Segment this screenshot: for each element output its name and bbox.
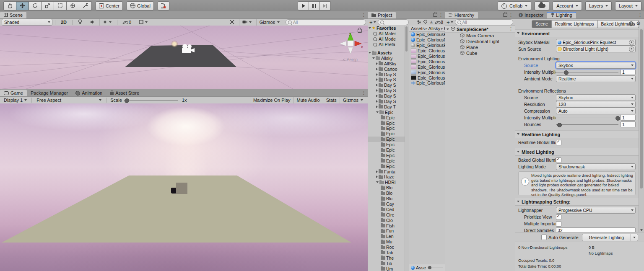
tree-item[interactable]: Epic <box>368 115 405 120</box>
help-icon[interactable]: ? <box>629 21 634 26</box>
slider-thumb[interactable] <box>557 123 562 127</box>
custom-tool-button[interactable] <box>79 1 92 10</box>
scrollbar-thumb[interactable] <box>640 29 643 188</box>
prioritize-view-checkbox[interactable] <box>556 214 561 220</box>
asset-list-item[interactable]: Epic_GloriousPi <box>409 59 445 64</box>
tree-item[interactable]: Um <box>368 266 405 271</box>
lightmapping-settings-header[interactable]: Lightmapping Setting: <box>515 198 639 206</box>
tree-item[interactable]: Cartoo <box>368 66 405 72</box>
breadcrumb-item[interactable]: Allsky <box>428 26 441 31</box>
orientation-axis-gizmo[interactable]: y x <box>338 31 363 56</box>
asset-list-item[interactable]: Epic_GloriousPi <box>409 80 445 86</box>
breadcrumb-item[interactable]: Assets <box>411 26 425 31</box>
tab-lighting[interactable]: Lighting <box>547 12 576 18</box>
orientation-global-button[interactable]: Global <box>127 1 154 10</box>
project-hidden-count-button[interactable]: 8 <box>435 20 443 25</box>
expand-arrow-icon[interactable] <box>376 73 378 76</box>
collab-dropdown[interactable]: Collab <box>498 1 531 10</box>
tree-item[interactable]: Epic <box>368 147 405 153</box>
project-search-input[interactable] <box>385 20 406 25</box>
lighting-scrollbar[interactable] <box>639 28 644 232</box>
tree-item[interactable]: Epic <box>368 131 405 137</box>
env-lighting-source-dropdown[interactable]: Skybox <box>556 62 636 69</box>
tree-item[interactable]: Day S <box>368 72 405 77</box>
expand-arrow-icon[interactable] <box>447 28 449 30</box>
tree-item[interactable]: Cay <box>368 201 405 207</box>
tree-item[interactable]: Day S <box>368 88 405 93</box>
tab-inspector[interactable]: i Inspector <box>515 12 547 18</box>
scene-root-row[interactable]: SampleScene* ⋮ <box>445 26 515 33</box>
layers-dropdown[interactable]: Layers <box>585 1 612 10</box>
favorites-star-icon[interactable]: ★ <box>429 20 434 25</box>
game-button-gizmos[interactable]: Gizmos <box>340 97 366 103</box>
tab-package-manager[interactable]: Package Manager <box>27 90 72 96</box>
expand-arrow-icon[interactable] <box>376 181 379 183</box>
game-button-maximize-on-play[interactable]: Maximize On Play <box>250 97 293 103</box>
tree-item[interactable]: Blu <box>368 196 405 201</box>
asset-list-item[interactable]: Epic_GloriousPi <box>409 43 445 48</box>
tree-item[interactable]: Mu <box>368 239 405 245</box>
tree-item[interactable]: All Prefa <box>368 42 405 47</box>
tree-item[interactable]: Circ <box>368 212 405 217</box>
expand-arrow-icon[interactable] <box>369 27 371 29</box>
game-viewport[interactable] <box>0 103 368 271</box>
slider-thumb[interactable] <box>564 70 569 75</box>
tree-item[interactable]: Fun <box>368 228 405 234</box>
tree-item[interactable]: Tib <box>368 261 405 266</box>
asset-list-item[interactable]: Epic_GloriousPi <box>409 54 445 59</box>
tree-item[interactable]: The <box>368 255 405 261</box>
resolution-dropdown[interactable]: 128 <box>556 101 636 108</box>
transform-tool-button[interactable] <box>67 1 79 10</box>
refl-intensity-value[interactable]: 1 <box>621 115 636 121</box>
tree-item[interactable]: ★Favorites <box>368 26 405 31</box>
tree-item[interactable]: Day T <box>368 104 405 109</box>
scene-search-input[interactable] <box>293 20 364 25</box>
search-by-label-icon[interactable] <box>423 20 428 25</box>
env-intensity-value[interactable]: 1 <box>621 69 636 75</box>
camera-gizmo[interactable] <box>179 44 196 54</box>
asset-list-item[interactable]: Epic_GloriousPi <box>409 75 445 80</box>
tab-scene[interactable]: Scene <box>0 12 26 18</box>
project-lock-icon[interactable] <box>433 13 437 17</box>
expand-arrow-icon[interactable] <box>376 106 378 108</box>
ambient-mode-dropdown[interactable]: Realtime <box>556 75 636 82</box>
expand-arrow-icon[interactable] <box>376 111 379 113</box>
project-menu-icon[interactable]: ⋮ <box>439 12 443 18</box>
generate-lighting-button[interactable]: Generate Lighting <box>582 234 638 241</box>
perspective-label[interactable]: < Persp <box>343 57 358 62</box>
subtab-realtime-lightmaps[interactable]: Realtime Lightmaps <box>552 20 598 28</box>
toggle-2d-button[interactable]: 2D <box>58 19 70 26</box>
sun-source-field[interactable]: Directional Light (Light) <box>556 46 636 52</box>
project-search-box[interactable] <box>378 19 409 25</box>
scroll-down-arrow-icon[interactable] <box>640 229 643 231</box>
scrollbar-thumb[interactable] <box>405 26 408 52</box>
scene-audio-toggle[interactable] <box>87 19 98 26</box>
tree-item[interactable]: Fanta <box>368 169 405 174</box>
scene-search-box[interactable] <box>286 19 366 25</box>
scene-camera-dropdown[interactable] <box>239 19 254 26</box>
baked-gi-checkbox[interactable] <box>556 157 561 163</box>
asset-list-item[interactable]: Epic_GloriousPi <box>409 70 445 75</box>
realtime-lighting-header[interactable]: Realtime Lighting <box>515 130 639 138</box>
step-button[interactable] <box>320 1 331 10</box>
expand-arrow-icon[interactable] <box>376 84 378 86</box>
expand-arrow-icon[interactable] <box>376 68 378 70</box>
tree-item[interactable] <box>368 47 405 50</box>
compression-dropdown[interactable]: Auto <box>556 108 636 114</box>
project-tree-scrollbar[interactable] <box>405 26 409 271</box>
object-picker-icon[interactable] <box>629 40 634 45</box>
tree-item[interactable]: Epic <box>368 120 405 126</box>
scale-tool-button[interactable] <box>42 1 54 10</box>
hierarchy-item-cube[interactable]: Cube <box>445 50 515 56</box>
tab-project[interactable]: Project <box>368 12 396 18</box>
move-tool-button[interactable] <box>16 1 29 10</box>
bounces-value[interactable]: 1 <box>621 121 636 127</box>
scene-effects-dropdown[interactable] <box>99 19 114 26</box>
hierarchy-menu-icon[interactable]: ⋮ <box>509 12 513 18</box>
expand-arrow-icon[interactable] <box>376 100 378 103</box>
tab-animation[interactable]: Animation <box>72 90 106 96</box>
expand-arrow-icon[interactable] <box>376 170 378 173</box>
hierarchy-search-input[interactable] <box>462 20 511 25</box>
tree-item[interactable]: Haze <box>368 174 405 180</box>
tree-item[interactable]: Day S <box>368 93 405 99</box>
